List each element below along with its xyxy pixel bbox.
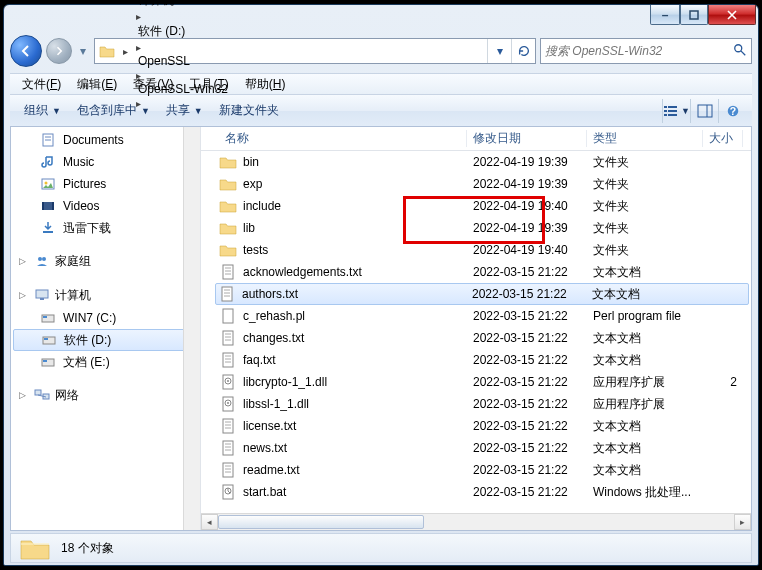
file-modified: 2022-03-15 21:22 <box>467 441 587 455</box>
file-row[interactable]: lib2022-04-19 19:39文件夹 <box>201 217 751 239</box>
svg-rect-70 <box>223 485 233 499</box>
search-icon[interactable] <box>733 43 747 60</box>
svg-point-57 <box>227 402 229 404</box>
file-icon <box>219 330 237 346</box>
horizontal-scrollbar[interactable]: ◂ ▸ <box>201 513 751 530</box>
crumb-arrow[interactable]: ▸ <box>132 42 145 53</box>
sidebar-item[interactable]: Pictures <box>11 173 200 195</box>
menu-文件[interactable]: 文件(F) <box>14 74 69 95</box>
sidebar-scrollbar[interactable] <box>183 127 200 530</box>
sidebar-item[interactable]: 软件 (D:) <box>13 329 198 351</box>
scroll-left-button[interactable]: ◂ <box>201 514 218 530</box>
file-row[interactable]: start.bat2022-03-15 21:22Windows 批处理... <box>201 481 751 503</box>
new-folder-button[interactable]: 新建文件夹 <box>211 98 287 123</box>
folder-icon <box>97 41 117 61</box>
svg-rect-35 <box>223 265 233 279</box>
sidebar-item[interactable]: Music <box>11 151 200 173</box>
file-row[interactable]: tests2022-04-19 19:40文件夹 <box>201 239 751 261</box>
menu-编辑[interactable]: 编辑(E) <box>69 74 125 95</box>
preview-pane-button[interactable] <box>690 99 718 123</box>
minimize-button[interactable]: – <box>650 5 680 25</box>
sidebar-group[interactable]: ▷网络 <box>11 383 200 407</box>
file-name: acknowledgements.txt <box>243 265 362 279</box>
sidebar-item[interactable]: WIN7 (C:) <box>11 307 200 329</box>
file-icon <box>219 352 237 368</box>
file-row[interactable]: exp2022-04-19 19:39文件夹 <box>201 173 751 195</box>
scroll-right-button[interactable]: ▸ <box>734 514 751 530</box>
breadcrumb-segment[interactable]: 软件 (D:) <box>132 23 235 40</box>
svg-rect-5 <box>664 110 667 112</box>
file-name: bin <box>243 155 259 169</box>
file-row[interactable]: c_rehash.pl2022-03-15 21:22Perl program … <box>201 305 751 327</box>
file-type: 文本文档 <box>587 462 703 479</box>
sidebar-group[interactable]: ▷家庭组 <box>11 249 200 273</box>
file-modified: 2022-03-15 21:22 <box>467 485 587 499</box>
svg-rect-9 <box>698 105 712 117</box>
forward-button[interactable] <box>46 38 72 64</box>
sidebar-item[interactable]: Videos <box>11 195 200 217</box>
file-row[interactable]: libssl-1_1.dll2022-03-15 21:22应用程序扩展 <box>201 393 751 415</box>
scroll-thumb[interactable] <box>218 515 424 529</box>
file-modified: 2022-04-19 19:40 <box>467 199 587 213</box>
history-dropdown[interactable]: ▾ <box>76 41 90 61</box>
file-row[interactable]: news.txt2022-03-15 21:22文本文档 <box>201 437 751 459</box>
maximize-button[interactable] <box>680 5 708 25</box>
sidebar-group[interactable]: ▷计算机 <box>11 283 200 307</box>
sidebar-item[interactable]: Documents <box>11 129 200 151</box>
library-icon <box>39 154 57 170</box>
menu-工具[interactable]: 工具(T) <box>181 74 236 95</box>
file-row[interactable]: include2022-04-19 19:40文件夹 <box>201 195 751 217</box>
column-type[interactable]: 类型 <box>587 130 703 147</box>
svg-rect-6 <box>668 110 677 112</box>
svg-point-54 <box>227 380 229 382</box>
file-modified: 2022-03-15 21:22 <box>467 331 587 345</box>
file-row[interactable]: readme.txt2022-03-15 21:22文本文档 <box>201 459 751 481</box>
column-size[interactable]: 大小 <box>703 130 743 147</box>
close-button[interactable] <box>708 5 756 25</box>
file-row[interactable]: faq.txt2022-03-15 21:22文本文档 <box>201 349 751 371</box>
svg-rect-58 <box>223 419 233 433</box>
crumb-arrow[interactable]: ▸ <box>132 11 145 22</box>
menu-查看[interactable]: 查看(V) <box>125 74 181 95</box>
expand-icon[interactable]: ▷ <box>19 256 29 266</box>
sidebar-item[interactable]: 迅雷下载 <box>11 217 200 239</box>
crumb-root-arrow[interactable]: ▸ <box>119 46 132 57</box>
expand-icon[interactable]: ▷ <box>19 290 29 300</box>
file-row[interactable]: libcrypto-1_1.dll2022-03-15 21:22应用程序扩展2 <box>201 371 751 393</box>
search-box[interactable] <box>540 38 752 64</box>
folder-icon <box>219 198 237 214</box>
file-row[interactable]: acknowledgements.txt2022-03-15 21:22文本文档 <box>201 261 751 283</box>
navigation-pane[interactable]: DocumentsMusicPicturesVideos迅雷下载▷家庭组▷计算机… <box>11 127 201 530</box>
back-button[interactable] <box>10 35 42 67</box>
svg-rect-43 <box>223 309 233 323</box>
breadcrumb-segment[interactable]: 计算机 <box>132 0 235 9</box>
refresh-button[interactable] <box>511 39 535 63</box>
file-list[interactable]: bin2022-04-19 19:39文件夹exp2022-04-19 19:3… <box>201 151 751 513</box>
include-in-library-button[interactable]: 包含到库中 ▼ <box>69 98 158 123</box>
search-input[interactable] <box>545 44 733 58</box>
sidebar-item[interactable]: 文档 (E:) <box>11 351 200 373</box>
column-headers[interactable]: 名称 修改日期 类型 大小 <box>201 127 751 151</box>
file-row[interactable]: license.txt2022-03-15 21:22文本文档 <box>201 415 751 437</box>
column-name[interactable]: 名称 <box>219 130 467 147</box>
address-bar[interactable]: ▸ 计算机▸软件 (D:)▸OpenSSL▸OpenSSL-Win32▸ ▾ <box>94 38 536 64</box>
folder-icon <box>219 154 237 170</box>
address-dropdown[interactable]: ▾ <box>487 39 511 63</box>
share-button[interactable]: 共享 ▼ <box>158 98 211 123</box>
file-row[interactable]: authors.txt2022-03-15 21:22文本文档 <box>215 283 749 305</box>
file-name: c_rehash.pl <box>243 309 305 323</box>
help-button[interactable]: ? <box>718 99 746 123</box>
view-options-button[interactable]: ▼ <box>662 99 690 123</box>
file-type: 文件夹 <box>587 198 703 215</box>
file-row[interactable]: changes.txt2022-03-15 21:22文本文档 <box>201 327 751 349</box>
file-row[interactable]: bin2022-04-19 19:39文件夹 <box>201 151 751 173</box>
breadcrumb-segment[interactable]: OpenSSL <box>132 54 235 68</box>
library-icon <box>39 220 57 236</box>
file-icon <box>219 440 237 456</box>
svg-rect-31 <box>43 360 47 362</box>
column-modified[interactable]: 修改日期 <box>467 130 587 147</box>
organize-button[interactable]: 组织 ▼ <box>16 98 69 123</box>
svg-rect-21 <box>43 231 53 233</box>
expand-icon[interactable]: ▷ <box>19 390 29 400</box>
menu-帮助[interactable]: 帮助(H) <box>237 74 294 95</box>
